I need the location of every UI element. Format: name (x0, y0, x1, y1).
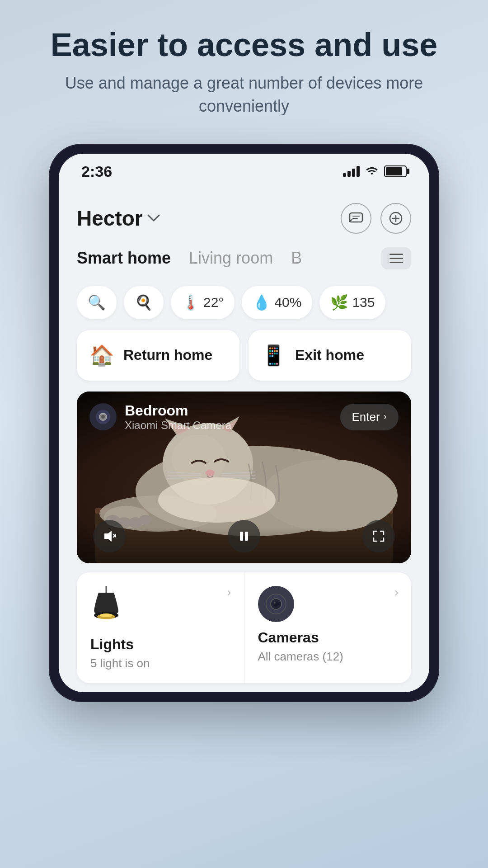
air-icon: 🌿 (330, 294, 348, 311)
menu-icon (389, 254, 403, 255)
cameras-card[interactable]: › Cameras All cameras (12) (244, 572, 412, 683)
tab-row: Smart home Living room B (77, 247, 411, 278)
menu-icon (389, 258, 403, 259)
wifi-icon (365, 164, 379, 179)
chip-search[interactable]: 🔍 (77, 286, 117, 319)
svg-point-8 (101, 415, 105, 419)
phone-screen: 2:36 (59, 154, 429, 692)
exit-home-button[interactable]: 📱 Exit home (249, 330, 411, 381)
cooking-icon: 🍳 (135, 294, 153, 311)
svg-rect-40 (245, 532, 248, 541)
enter-button[interactable]: Enter › (340, 404, 399, 430)
cameras-icon (258, 586, 294, 622)
plus-icon (388, 211, 404, 226)
camera-text: Bedroom Xiaomi Smart Camera (125, 402, 231, 432)
search-icon: 🔍 (88, 294, 106, 311)
cameras-status: All cameras (12) (258, 650, 343, 664)
exit-home-label: Exit home (295, 347, 364, 363)
camera-small-icon (95, 409, 111, 425)
camera-header: Bedroom Xiaomi Smart Camera Enter › (77, 392, 411, 443)
user-name: Hector (77, 206, 143, 231)
lights-icon (90, 586, 122, 629)
cameras-arrow-icon: › (394, 585, 399, 599)
chip-temperature[interactable]: 🌡️ 22° (171, 286, 235, 319)
svg-point-44 (100, 613, 113, 617)
chip-humidity[interactable]: 💧 40% (242, 286, 312, 319)
humidity-value: 40% (274, 295, 301, 310)
camera-controls (77, 509, 411, 563)
fullscreen-button[interactable] (362, 520, 395, 552)
phone-frame: 2:36 (50, 145, 438, 701)
message-button[interactable] (341, 203, 371, 234)
chip-cooking[interactable]: 🍳 (124, 286, 164, 319)
add-button[interactable] (380, 203, 411, 234)
camera-room: Bedroom (125, 402, 231, 419)
camera-device: Xiaomi Smart Camera (125, 419, 231, 432)
svg-point-27 (206, 470, 215, 476)
mute-button[interactable] (93, 520, 126, 552)
svg-point-48 (274, 602, 276, 604)
status-time: 2:36 (81, 163, 112, 180)
enter-label: Enter (352, 410, 380, 424)
tab-extra[interactable]: B (291, 249, 302, 268)
camera-avatar (89, 403, 117, 430)
action-row: 🏠 Return home 📱 Exit home (77, 330, 411, 392)
tab-smart-home[interactable]: Smart home (77, 249, 171, 268)
return-home-button[interactable]: 🏠 Return home (77, 330, 239, 381)
air-value: 135 (352, 295, 375, 310)
enter-chevron-icon: › (384, 411, 387, 423)
return-home-icon: 🏠 (89, 344, 114, 367)
pause-button[interactable] (228, 520, 260, 552)
user-name-row[interactable]: Hector (77, 206, 160, 231)
hero-subtitle: Use and manage a great number of devices… (36, 72, 452, 118)
mute-icon (103, 529, 116, 543)
lights-name: Lights (90, 636, 134, 653)
signal-icon (343, 166, 360, 177)
exit-home-icon: 📱 (261, 344, 286, 367)
return-home-label: Return home (123, 347, 212, 363)
cameras-name: Cameras (258, 629, 319, 646)
hero-title: Easier to access and use (36, 27, 452, 63)
battery-icon (384, 165, 407, 177)
status-chips: 🔍 🍳 🌡️ 22° 💧 40% 🌿 135 (77, 278, 411, 330)
device-row: › Lights 5 light is on (77, 572, 411, 683)
tab-living-room[interactable]: Living room (189, 249, 273, 268)
header-actions (341, 203, 411, 234)
status-icons (343, 164, 407, 179)
pause-icon (237, 529, 251, 543)
menu-icon (389, 262, 403, 263)
svg-rect-39 (240, 532, 243, 541)
lights-arrow-icon: › (227, 585, 231, 599)
camera-info: Bedroom Xiaomi Smart Camera (89, 402, 231, 432)
status-bar: 2:36 (59, 154, 429, 185)
app-header: Hector (77, 194, 411, 247)
chip-air[interactable]: 🌿 135 (319, 286, 385, 319)
message-icon (348, 211, 364, 226)
svg-marker-36 (104, 531, 112, 542)
camera-card: Bedroom Xiaomi Smart Camera Enter › (77, 392, 411, 563)
app-content: Hector (59, 185, 429, 692)
humidity-icon: 💧 (253, 294, 271, 311)
temp-value: 22° (203, 295, 224, 310)
lights-status: 5 light is on (90, 656, 150, 670)
temp-icon: 🌡️ (182, 294, 200, 311)
svg-rect-0 (350, 213, 362, 222)
lights-card[interactable]: › Lights 5 light is on (77, 572, 244, 683)
fullscreen-icon (372, 529, 385, 543)
chevron-down-icon (147, 211, 160, 226)
page-hero: Easier to access and use Use and manage … (0, 0, 488, 136)
menu-button[interactable] (381, 247, 411, 269)
